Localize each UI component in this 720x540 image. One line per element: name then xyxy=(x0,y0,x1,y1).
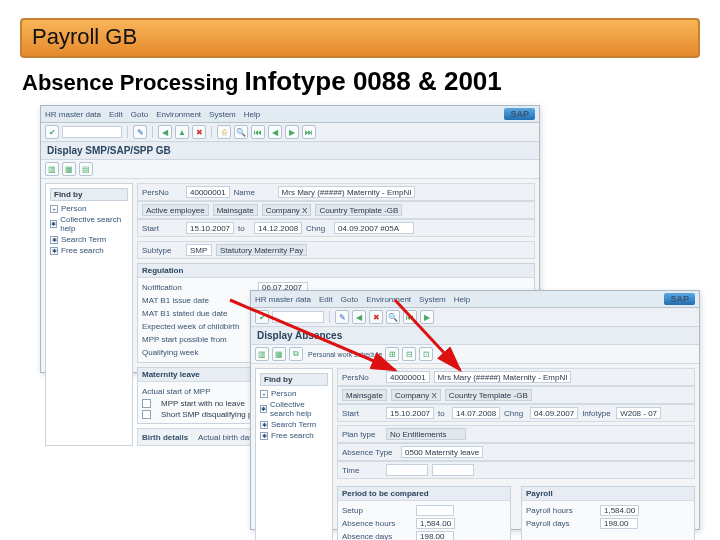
cost-icon[interactable]: ⊟ xyxy=(402,347,416,361)
prev-icon[interactable]: ◀ xyxy=(268,125,282,139)
ok-icon[interactable]: ✔ xyxy=(255,310,269,324)
group-title: Period to be compared xyxy=(338,487,510,501)
menu-item[interactable]: HR master data xyxy=(45,110,101,119)
toolbar: ✔ ✎ ◀ ▲ ✖ ⎙ 🔍 ⏮ ◀ ▶ ⏭ xyxy=(41,123,539,142)
menu-item[interactable]: Help xyxy=(244,110,260,119)
ok-icon[interactable]: ✔ xyxy=(45,125,59,139)
value-field: 1,584.00 xyxy=(416,518,455,529)
menu-item[interactable]: HR master data xyxy=(255,295,311,304)
find-icon[interactable]: 🔍 xyxy=(234,125,248,139)
tree-item[interactable]: +Person xyxy=(50,203,128,214)
ext-icon[interactable]: ⊡ xyxy=(419,347,433,361)
persno-field[interactable]: 40000001 xyxy=(386,371,430,383)
next-icon[interactable]: ▶ xyxy=(285,125,299,139)
tree-item[interactable]: +Person xyxy=(260,388,328,399)
window-body: Find by +Person ✱Collective search help … xyxy=(251,364,699,540)
start-field[interactable]: 15.10.2007 xyxy=(186,222,234,234)
banner-title: Payroll GB xyxy=(32,24,137,49)
overview-icon[interactable]: ▥ xyxy=(45,162,59,176)
time-from-field[interactable] xyxy=(386,464,428,476)
menu-item[interactable]: Help xyxy=(454,295,470,304)
menu-item[interactable]: System xyxy=(209,110,236,119)
print-icon[interactable]: ⎙ xyxy=(217,125,231,139)
detail-icon[interactable]: ▦ xyxy=(62,162,76,176)
tree-item[interactable]: ✱Free search xyxy=(260,430,328,441)
chng-field: 04.09.2007 #05A xyxy=(334,222,414,234)
separator xyxy=(329,311,330,323)
tree-title: Find by xyxy=(260,373,328,386)
save-icon[interactable]: ✎ xyxy=(133,125,147,139)
person-icon: + xyxy=(260,390,268,398)
menu-item[interactable]: Environment xyxy=(156,110,201,119)
absence-type-field[interactable]: 0500 Maternity leave xyxy=(401,446,483,458)
first-icon[interactable]: ⏮ xyxy=(403,310,417,324)
value-field xyxy=(416,505,454,516)
tree-item[interactable]: ✱Free search xyxy=(50,245,128,256)
infotype-label: Infotype xyxy=(582,409,612,418)
start-label: Start xyxy=(342,409,382,418)
company-field: Company X xyxy=(391,389,441,401)
next-icon[interactable]: ▶ xyxy=(420,310,434,324)
schedule-icon[interactable]: ⧉ xyxy=(289,347,303,361)
command-field[interactable] xyxy=(272,311,324,323)
menu-item[interactable]: Goto xyxy=(341,295,358,304)
checkbox[interactable] xyxy=(142,410,151,419)
search-icon: ✱ xyxy=(50,220,57,228)
subtitle-prefix: Absence Processing xyxy=(22,70,245,95)
header-info-2: Mainsgate Company X Country Template -GB xyxy=(337,386,695,404)
to-field[interactable]: 14.07.2008 xyxy=(452,407,500,419)
subtype-row: Subtype SMP Statutory Maternity Pay xyxy=(137,241,535,259)
start-label: Start xyxy=(142,224,182,233)
overview-icon[interactable]: ▥ xyxy=(255,347,269,361)
menu-item[interactable]: Edit xyxy=(109,110,123,119)
subtype-field[interactable]: SMP xyxy=(186,244,212,256)
value-field: 198.00 xyxy=(600,518,638,529)
cancel-icon[interactable]: ✖ xyxy=(369,310,383,324)
checkbox[interactable] xyxy=(142,399,151,408)
menu-item[interactable]: Environment xyxy=(366,295,411,304)
banner: Payroll GB xyxy=(20,18,700,58)
menu-item[interactable]: Edit xyxy=(319,295,333,304)
to-field[interactable]: 14.12.2008 xyxy=(254,222,302,234)
sap-logo-icon: SAP xyxy=(504,108,535,120)
menu-item[interactable]: Goto xyxy=(131,110,148,119)
tree-item[interactable]: ✱Search Term xyxy=(260,419,328,430)
period-group: Period to be compared Setup Absence hour… xyxy=(337,486,511,540)
list-icon[interactable]: ▤ xyxy=(79,162,93,176)
subtype-desc: Statutory Maternity Pay xyxy=(216,244,307,256)
window-title: Display Absences xyxy=(251,327,699,345)
sub-toolbar: ▥ ▦ ▤ xyxy=(41,160,539,179)
window-title: Display SMP/SAP/SPP GB xyxy=(41,142,539,160)
actual-birth-label: Actual birth date xyxy=(198,433,256,442)
activity-icon[interactable]: ⊞ xyxy=(385,347,399,361)
exit-icon[interactable]: ▲ xyxy=(175,125,189,139)
last-icon[interactable]: ⏭ xyxy=(302,125,316,139)
to-label: to xyxy=(438,409,448,418)
persno-field[interactable]: 40000001 xyxy=(186,186,230,198)
start-field[interactable]: 15.10.2007 xyxy=(386,407,434,419)
back-icon[interactable]: ◀ xyxy=(352,310,366,324)
separator xyxy=(211,126,212,138)
chng-label: Chng xyxy=(504,409,526,418)
schedule-label[interactable]: Personal work schedule xyxy=(308,351,382,358)
search-icon: ✱ xyxy=(260,432,268,440)
tree-item[interactable]: ✱Collective search help xyxy=(50,214,128,234)
template-field: Country Template -GB xyxy=(315,204,402,216)
search-icon: ✱ xyxy=(260,421,268,429)
back-icon[interactable]: ◀ xyxy=(158,125,172,139)
cancel-icon[interactable]: ✖ xyxy=(192,125,206,139)
detail-icon[interactable]: ▦ xyxy=(272,347,286,361)
tree-item[interactable]: ✱Search Term xyxy=(50,234,128,245)
save-icon[interactable]: ✎ xyxy=(335,310,349,324)
group-title: Payroll xyxy=(522,487,694,501)
payroll-group: Payroll Payroll hours1,584.00 Payroll da… xyxy=(521,486,695,540)
absence-type-label: Absence Type xyxy=(342,448,397,457)
search-icon: ✱ xyxy=(50,247,58,255)
first-icon[interactable]: ⏮ xyxy=(251,125,265,139)
command-field[interactable] xyxy=(62,126,122,138)
tree-item[interactable]: ✱Collective search help xyxy=(260,399,328,419)
plan-field: No Entitlements xyxy=(386,428,466,440)
menu-item[interactable]: System xyxy=(419,295,446,304)
find-icon[interactable]: 🔍 xyxy=(386,310,400,324)
time-to-field[interactable] xyxy=(432,464,474,476)
